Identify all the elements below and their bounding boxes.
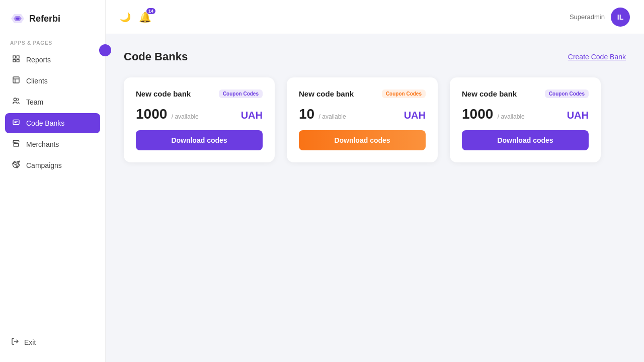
referbi-logo-icon: [10, 11, 25, 26]
sidebar-logo-text: Referbi: [29, 14, 60, 24]
download-button-2[interactable]: Download codes: [299, 130, 426, 150]
card-currency-1: UAH: [241, 110, 263, 121]
exit-icon: [11, 337, 19, 347]
clients-icon: [11, 76, 21, 86]
sidebar-nav: Reports Clients Team Code Banks Merchant…: [0, 50, 105, 332]
card-middle-1: 1000 / available UAH: [136, 106, 263, 122]
page-header: Code Banks Create Code Bank: [124, 50, 626, 63]
notifications-button[interactable]: 🔔 14: [139, 11, 151, 23]
content-area: Code Banks Create Code Bank New code ban…: [106, 34, 644, 362]
sidebar-logo: Referbi: [0, 0, 105, 35]
code-banks-icon: [11, 118, 21, 128]
page-title: Code Banks: [124, 50, 188, 63]
svg-point-8: [14, 98, 16, 101]
card-count-wrap-2: 10 / available: [299, 106, 346, 122]
card-badge-3: Coupon Codes: [545, 89, 589, 98]
cards-grid: New code bank Coupon Codes 1000 / availa…: [124, 77, 626, 162]
card-title-1: New code bank: [136, 89, 191, 98]
username-label: Superadmin: [570, 13, 605, 21]
sidebar-item-team[interactable]: Team: [5, 92, 100, 112]
avatar[interactable]: IL: [611, 8, 630, 27]
card-count-2: 10: [299, 106, 314, 122]
card-count-wrap-3: 1000 / available: [462, 106, 525, 122]
sidebar-active-dot: [99, 44, 111, 56]
sidebar-label-code-banks: Code Banks: [26, 119, 64, 127]
sidebar-item-merchants[interactable]: Merchants: [5, 134, 100, 154]
sidebar-footer: Exit: [0, 332, 105, 362]
notification-badge: 14: [146, 8, 155, 14]
exit-label: Exit: [24, 338, 36, 346]
card-top-3: New code bank Coupon Codes: [462, 89, 589, 98]
card-badge-2: Coupon Codes: [382, 89, 426, 98]
svg-rect-10: [14, 144, 18, 146]
card-count-label-1: / available: [172, 113, 199, 120]
create-code-bank-link[interactable]: Create Code Bank: [568, 53, 626, 61]
dark-mode-toggle[interactable]: 🌙: [120, 12, 131, 23]
merchants-icon: [11, 139, 21, 149]
code-bank-card-2: New code bank Coupon Codes 10 / availabl…: [287, 77, 438, 162]
card-top-2: New code bank Coupon Codes: [299, 89, 426, 98]
exit-button[interactable]: Exit: [5, 332, 100, 352]
card-middle-2: 10 / available UAH: [299, 106, 426, 122]
sidebar-label-campaigns: Campaigns: [26, 161, 62, 169]
card-currency-3: UAH: [567, 110, 589, 121]
download-button-1[interactable]: Download codes: [136, 130, 263, 150]
card-middle-3: 1000 / available UAH: [462, 106, 589, 122]
download-button-3[interactable]: Download codes: [462, 130, 589, 150]
sidebar-item-clients[interactable]: Clients: [5, 71, 100, 91]
card-top-1: New code bank Coupon Codes: [136, 89, 263, 98]
main-content: 🌙 🔔 14 Superadmin IL Code Banks Create C…: [106, 0, 644, 362]
card-count-3: 1000: [462, 106, 493, 122]
card-count-label-2: / available: [319, 113, 346, 120]
card-title-3: New code bank: [462, 89, 517, 98]
topbar-right: Superadmin IL: [570, 8, 630, 27]
code-bank-card-1: New code bank Coupon Codes 1000 / availa…: [124, 77, 275, 162]
card-count-wrap-1: 1000 / available: [136, 106, 199, 122]
sidebar-label-team: Team: [26, 98, 43, 106]
sidebar-section-label: APPS & PAGES: [0, 35, 105, 50]
code-bank-card-3: New code bank Coupon Codes 1000 / availa…: [450, 77, 601, 162]
sidebar-label-merchants: Merchants: [26, 140, 59, 148]
svg-rect-6: [13, 59, 16, 62]
card-badge-1: Coupon Codes: [219, 89, 263, 98]
topbar: 🌙 🔔 14 Superadmin IL: [106, 0, 644, 34]
reports-icon: [11, 55, 21, 65]
sidebar-item-reports[interactable]: Reports: [5, 50, 100, 70]
card-count-label-3: / available: [498, 113, 525, 120]
svg-rect-5: [17, 59, 19, 62]
sidebar-label-reports: Reports: [26, 56, 51, 64]
sidebar-item-code-banks[interactable]: Code Banks: [5, 113, 100, 133]
topbar-left: 🌙 🔔 14: [120, 11, 151, 23]
sidebar-label-clients: Clients: [26, 77, 48, 85]
card-count-1: 1000: [136, 106, 167, 122]
team-icon: [11, 97, 21, 107]
svg-rect-4: [17, 56, 19, 58]
svg-rect-7: [13, 77, 19, 83]
campaigns-icon: [11, 160, 21, 170]
card-currency-2: UAH: [404, 110, 426, 121]
avatar-initials: IL: [617, 13, 623, 21]
sidebar: Referbi APPS & PAGES Reports Clients Tea…: [0, 0, 106, 362]
sidebar-item-campaigns[interactable]: Campaigns: [5, 155, 100, 175]
svg-rect-3: [13, 56, 16, 58]
card-title-2: New code bank: [299, 89, 354, 98]
